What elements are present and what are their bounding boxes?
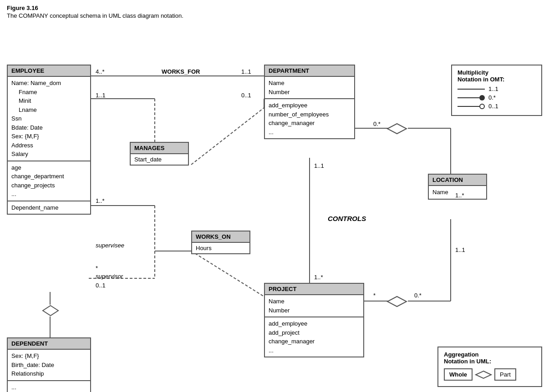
manages-attributes: Start_date bbox=[131, 154, 188, 165]
dependent-diamond bbox=[42, 305, 59, 317]
dept-project-mult2: 1..* bbox=[314, 274, 323, 281]
controls-label: CONTROLS bbox=[328, 215, 366, 222]
multiplicity-notation-box: Multiplicity Notation in OMT: 1..1 0.* 0… bbox=[451, 65, 542, 116]
works-on-attributes: Hours bbox=[192, 243, 249, 253]
project-methods: add_employee add_project change_manager … bbox=[265, 317, 363, 357]
svg-line-2 bbox=[191, 108, 264, 165]
loc-mult: 1..1 bbox=[455, 246, 465, 253]
project-location-diamond bbox=[386, 296, 408, 307]
svg-line-8 bbox=[191, 251, 264, 297]
supervise-mult1: 1..* bbox=[96, 197, 105, 204]
supervise-mult2: * bbox=[96, 265, 98, 271]
manages-mult1: 1..1 bbox=[96, 92, 106, 99]
aggregation-diamond bbox=[474, 370, 493, 379]
works-for-mult1: 4..* bbox=[96, 68, 105, 75]
notation-row-2: 0.* bbox=[458, 94, 536, 101]
works-for-label: WORKS_FOR bbox=[162, 68, 200, 75]
manages-box: MANAGES Start_date bbox=[130, 142, 189, 166]
manages-mult2: 0..1 bbox=[241, 92, 251, 99]
dept-loc-mult1: 0.* bbox=[373, 121, 381, 127]
aggregation-row: Whole Part bbox=[444, 368, 536, 381]
aggregation-title: Aggregation Notation in UML: bbox=[444, 351, 536, 365]
supervise-mult3: 0..1 bbox=[96, 282, 106, 289]
supervisee-label: supervisee bbox=[96, 242, 124, 249]
project-attributes: Name Number bbox=[265, 295, 363, 317]
department-attributes: Name Number bbox=[265, 77, 354, 99]
project-class: PROJECT Name Number add_employee add_pro… bbox=[264, 283, 364, 357]
diagram-area: EMPLOYEE Name: Name_dom Fname Minit Lnam… bbox=[0, 24, 549, 387]
notation-title1: Multiplicity Notation in OMT: bbox=[458, 69, 536, 83]
works-on-header: WORKS_ON bbox=[192, 231, 249, 243]
notation-label-3: 0..1 bbox=[488, 103, 498, 110]
dept-project-mult1: 1..1 bbox=[314, 162, 324, 169]
svg-marker-21 bbox=[387, 124, 407, 134]
whole-label: Whole bbox=[444, 368, 473, 381]
project-loc-mult1: * bbox=[373, 292, 376, 299]
employee-methods: age change_department change_projects ..… bbox=[8, 161, 90, 201]
department-header: DEPARTMENT bbox=[265, 65, 354, 77]
svg-marker-22 bbox=[387, 297, 407, 307]
employee-attributes: Name: Name_dom Fname Minit Lname Ssn Bda… bbox=[8, 77, 90, 161]
dependent-header: DEPENDENT bbox=[8, 338, 90, 350]
supervisor-label: supervisor bbox=[96, 273, 123, 280]
department-class: DEPARTMENT Name Number add_employee numb… bbox=[264, 65, 355, 139]
employee-dependent-name: Dependent_name bbox=[8, 201, 90, 214]
notation-label-2: 0.* bbox=[488, 94, 496, 101]
svg-marker-23 bbox=[476, 371, 491, 378]
project-header: PROJECT bbox=[265, 284, 363, 295]
part-label: Part bbox=[494, 368, 516, 381]
notation-row-1: 1..1 bbox=[458, 85, 536, 92]
dept-loc-mult2: 1..* bbox=[455, 192, 464, 199]
figure-caption: The COMPANY conceptual schema in UML cla… bbox=[0, 12, 549, 24]
notation-label-1: 1..1 bbox=[488, 85, 498, 92]
project-loc-mult2: 0.* bbox=[414, 292, 422, 299]
dependent-methods: ... bbox=[8, 381, 90, 392]
dependent-attributes: Sex: {M,F} Birth_date: Date Relationship bbox=[8, 350, 90, 381]
location-header: LOCATION bbox=[429, 175, 486, 186]
figure-title: Figure 3.16 bbox=[0, 0, 549, 12]
notation-row-3: 0..1 bbox=[458, 103, 536, 110]
aggregation-notation-box: Aggregation Notation in UML: Whole Part bbox=[437, 347, 542, 387]
manages-header: MANAGES bbox=[131, 143, 188, 154]
svg-marker-20 bbox=[43, 306, 58, 316]
employee-header: EMPLOYEE bbox=[8, 65, 90, 77]
department-methods: add_employee number_of_employees change_… bbox=[265, 99, 354, 138]
employee-class: EMPLOYEE Name: Name_dom Fname Minit Lnam… bbox=[7, 65, 91, 215]
works-for-mult2: 1..1 bbox=[241, 68, 251, 75]
dept-location-diamond bbox=[386, 123, 408, 135]
works-on-box: WORKS_ON Hours bbox=[191, 231, 250, 254]
dependent-class: DEPENDENT Sex: {M,F} Birth_date: Date Re… bbox=[7, 337, 91, 392]
